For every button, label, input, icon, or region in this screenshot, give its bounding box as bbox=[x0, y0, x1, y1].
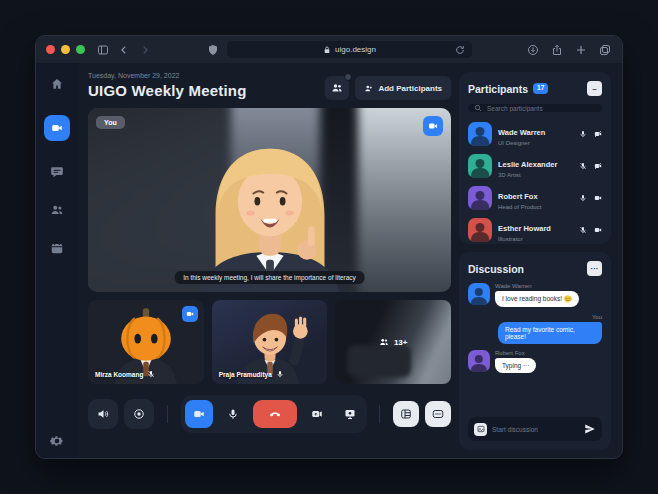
right-panel: Participants 17 – Wade WarrenUI Designer bbox=[459, 72, 611, 450]
present-button[interactable] bbox=[337, 399, 363, 429]
new-tab-icon[interactable] bbox=[574, 43, 588, 57]
discussion-input-bar[interactable] bbox=[468, 417, 602, 441]
participant-row[interactable]: Robert FoxHead of Product bbox=[468, 185, 602, 210]
image-icon bbox=[477, 425, 485, 433]
address-bar-area: uigo.design bbox=[159, 41, 519, 58]
message-list: Wade Warren I love reading books! 😊 You … bbox=[468, 283, 602, 441]
video-camera-icon bbox=[193, 408, 205, 420]
privacy-shield-icon[interactable] bbox=[206, 43, 220, 57]
record-button[interactable] bbox=[124, 399, 154, 429]
add-participants-label: Add Participants bbox=[378, 84, 442, 93]
thumbnail-name: Mirza Koomang bbox=[95, 371, 143, 378]
participant-role: Illustrator bbox=[498, 236, 573, 242]
primary-controls bbox=[181, 395, 367, 433]
page-title: UIGO Weekly Meeting bbox=[88, 82, 247, 99]
sidebar-toggle-icon[interactable] bbox=[96, 43, 110, 57]
settings-gear-icon[interactable] bbox=[50, 434, 64, 448]
participant-thumbnails: Mirza Koomang bbox=[88, 300, 451, 384]
chat-message: Wade Warren I love reading books! 😊 bbox=[468, 283, 602, 307]
calendar-icon[interactable] bbox=[50, 241, 64, 255]
back-icon[interactable] bbox=[117, 43, 131, 57]
url-bar[interactable]: uigo.design bbox=[227, 41, 472, 58]
more-dots-icon bbox=[432, 408, 444, 420]
users-icon bbox=[379, 337, 389, 347]
mic-status-icon[interactable] bbox=[579, 130, 587, 138]
zoom-window-button[interactable] bbox=[76, 45, 85, 54]
thumbnail-tile[interactable]: Praja Pramuditya bbox=[212, 300, 328, 384]
home-icon[interactable] bbox=[50, 77, 64, 91]
participant-row[interactable]: Esther HowardIllustrator bbox=[468, 217, 602, 242]
participant-row[interactable]: Wade WarrenUI Designer bbox=[468, 121, 602, 146]
meeting-app: Tuesday, November 29, 2022 UIGO Weekly M… bbox=[36, 63, 622, 459]
thumbnail-tile[interactable]: Mirza Koomang bbox=[88, 300, 204, 384]
present-icon bbox=[344, 408, 356, 420]
participant-name: Leslie Alexander bbox=[498, 160, 557, 169]
speaker-button[interactable] bbox=[88, 399, 118, 429]
camera-status-icon[interactable] bbox=[594, 194, 602, 202]
sidebar-item-meetings[interactable] bbox=[44, 115, 70, 141]
chat-icon[interactable] bbox=[50, 165, 64, 179]
person-add-icon bbox=[364, 84, 373, 93]
forward-icon[interactable] bbox=[138, 43, 152, 57]
mic-icon bbox=[227, 408, 239, 420]
speaker-icon bbox=[97, 408, 109, 420]
camera-status-icon[interactable] bbox=[594, 162, 602, 170]
close-window-button[interactable] bbox=[46, 45, 55, 54]
meeting-header: Tuesday, November 29, 2022 UIGO Weekly M… bbox=[88, 72, 451, 100]
more-options-button[interactable] bbox=[425, 401, 451, 427]
participants-search[interactable] bbox=[468, 104, 602, 112]
tab-overview-icon[interactable] bbox=[598, 43, 612, 57]
meeting-date: Tuesday, November 29, 2022 bbox=[88, 72, 247, 79]
search-input[interactable] bbox=[487, 105, 596, 112]
attach-media-button[interactable] bbox=[474, 423, 487, 436]
browser-window: uigo.design Tues bbox=[35, 35, 623, 459]
camera-status-icon[interactable] bbox=[594, 226, 602, 234]
lock-icon bbox=[323, 46, 331, 54]
participants-panel: Participants 17 – Wade WarrenUI Designer bbox=[459, 72, 611, 244]
window-controls bbox=[46, 45, 85, 54]
downloads-icon[interactable] bbox=[526, 43, 540, 57]
mic-status-icon[interactable] bbox=[579, 194, 587, 202]
record-icon bbox=[133, 408, 145, 420]
video-camera-icon bbox=[428, 121, 438, 131]
participants-title: Participants bbox=[468, 83, 528, 95]
add-participants-button[interactable]: Add Participants bbox=[355, 76, 451, 100]
reload-icon[interactable] bbox=[453, 43, 467, 57]
screen-share-button[interactable] bbox=[304, 399, 330, 429]
discussion-menu-button[interactable]: ··· bbox=[587, 261, 602, 276]
camera-toggle-button[interactable] bbox=[185, 400, 213, 428]
thumbnail-camera-button[interactable] bbox=[182, 306, 198, 322]
users-icon bbox=[331, 82, 343, 94]
divider bbox=[379, 405, 380, 423]
overflow-count: 13+ bbox=[394, 338, 408, 347]
video-camera-icon bbox=[186, 310, 194, 318]
layout-button[interactable] bbox=[393, 401, 419, 427]
collapse-participants-button[interactable]: – bbox=[587, 81, 602, 96]
avatar bbox=[468, 283, 490, 305]
send-plane-icon bbox=[584, 423, 596, 435]
microphone-button[interactable] bbox=[220, 399, 246, 429]
participants-quick-button[interactable] bbox=[325, 76, 349, 100]
tile-camera-button[interactable] bbox=[423, 116, 443, 136]
overflow-participants-tile[interactable]: 13+ bbox=[335, 300, 451, 384]
camera-status-icon[interactable] bbox=[594, 130, 602, 138]
discussion-input[interactable] bbox=[492, 426, 579, 433]
share-icon[interactable] bbox=[550, 43, 564, 57]
avatar bbox=[468, 122, 492, 146]
speaker-avatar-illustration bbox=[163, 128, 377, 292]
avatar bbox=[468, 186, 492, 210]
mic-status-icon[interactable] bbox=[579, 226, 587, 234]
main-video-tile: You In this weekly meeting, I will share… bbox=[88, 108, 451, 292]
participant-row[interactable]: Leslie Alexander3D Artist bbox=[468, 153, 602, 178]
contacts-icon[interactable] bbox=[50, 203, 64, 217]
avatar bbox=[468, 350, 490, 372]
mic-status-icon[interactable] bbox=[579, 162, 587, 170]
minimize-window-button[interactable] bbox=[61, 45, 70, 54]
end-call-button[interactable] bbox=[253, 400, 297, 428]
chat-message-own: You Read my favorite comic, please! bbox=[468, 314, 602, 344]
screen-share-icon bbox=[311, 408, 323, 420]
main-column: Tuesday, November 29, 2022 UIGO Weekly M… bbox=[88, 72, 451, 450]
message-sender: Robert Fox bbox=[495, 350, 536, 356]
video-camera-icon bbox=[51, 122, 63, 134]
send-button[interactable] bbox=[584, 423, 596, 435]
